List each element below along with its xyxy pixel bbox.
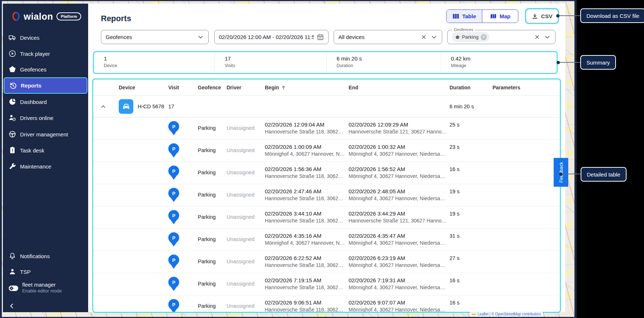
geofence-chip[interactable]: Parking ✕ xyxy=(452,32,489,42)
app-window-frame: wialon Platform Devices Tra xyxy=(0,0,577,318)
date-range-input[interactable]: 02/20/2026 12:00 AM - 02/20/2026 11:59 xyxy=(214,30,329,44)
column-header-geofence[interactable]: Geofence xyxy=(198,85,221,90)
sidebar-item-label: Drivers online xyxy=(20,115,54,121)
begin-cell: 02/20/2026 1:56:36 AM Hannoversche Straß… xyxy=(265,166,347,180)
toolbar-divider xyxy=(521,12,522,21)
driver-cell: Unassigned xyxy=(227,214,255,220)
device-visit-count: 17 xyxy=(168,104,174,109)
geofence-cell: Parking xyxy=(198,214,216,220)
collapse-chevron-icon[interactable] xyxy=(100,104,106,110)
visit-row[interactable]: P Parking Unassigned 02/20/2026 1:00:09 … xyxy=(93,140,560,162)
sidebar-item-reports[interactable]: Reports xyxy=(4,77,87,94)
sidebar-item-geofences[interactable]: Geofences xyxy=(3,61,88,77)
summary-mileage-label: Mileage xyxy=(451,63,554,68)
chevron-down-icon[interactable] xyxy=(544,34,551,40)
visit-row[interactable]: P Parking Unassigned 02/20/2026 9:06:51 … xyxy=(93,295,560,313)
begin-time: 02/20/2026 6:22:52 AM xyxy=(265,255,347,262)
column-header-duration[interactable]: Duration xyxy=(449,85,471,90)
column-header-begin[interactable]: Begin xyxy=(265,85,286,90)
clear-icon[interactable] xyxy=(421,34,427,40)
geofence-cell: Parking xyxy=(198,281,216,287)
parking-pin-icon: P xyxy=(168,143,180,158)
end-cell: 02/20/2026 3:44:29 AM Hannoversche Straß… xyxy=(349,210,440,224)
parking-pin-icon: P xyxy=(168,254,180,269)
column-header-end[interactable]: End xyxy=(349,85,358,90)
geofence-cell: Parking xyxy=(198,125,216,131)
summary-visits-label: Visits xyxy=(225,63,326,68)
begin-cell: 02/20/2026 3:44:10 AM Hannoversche Straß… xyxy=(265,210,347,224)
duration-cell: 16 s xyxy=(449,278,459,283)
geofences-filter[interactable]: Geofences Parking ✕ xyxy=(447,30,555,44)
sidebar-item-label: Reports xyxy=(21,82,42,89)
brand-name: wialon xyxy=(24,11,53,22)
driver-cell: Unassigned xyxy=(227,236,255,242)
sidebar-item-maintenance[interactable]: Maintenance xyxy=(3,158,88,174)
wialon-logo-icon xyxy=(11,11,21,22)
begin-cell: 02/20/2026 2:47:46 AM Hannoversche Straß… xyxy=(265,188,347,202)
end-cell: 02/20/2026 2:48:05 AM Mönnighof 4, 30627… xyxy=(349,188,440,202)
tab-table[interactable]: Table xyxy=(447,10,482,23)
sidebar-item-tsp[interactable]: TSP xyxy=(3,264,88,280)
chip-remove-icon[interactable]: ✕ xyxy=(481,34,487,40)
duration-cell: 19 s xyxy=(449,189,459,194)
sidebar-collapse-button[interactable] xyxy=(3,298,88,314)
sort-ascending-icon xyxy=(281,85,286,90)
sidebar-item-notifications[interactable]: Notifications xyxy=(3,248,88,264)
end-address: Mönnighof 4, 30627 Hannover, Niedersa… xyxy=(349,195,440,202)
chevron-down-icon[interactable] xyxy=(197,34,204,40)
summary-annotation: Summary xyxy=(580,55,616,70)
svg-text:P: P xyxy=(172,213,176,218)
end-time: 02/20/2026 2:48:05 AM xyxy=(349,188,440,195)
detailed-table: Device Visit Geofence Driver Begin End D… xyxy=(92,78,561,313)
tab-map[interactable]: Map xyxy=(482,10,518,23)
sidebar-item-driver-management[interactable]: Driver management xyxy=(3,126,88,142)
parking-pin-icon: P xyxy=(168,210,180,225)
calendar-icon[interactable] xyxy=(317,34,324,40)
visit-row[interactable]: P Parking Unassigned 02/20/2026 4:35:16 … xyxy=(93,229,560,251)
column-header-parameters[interactable]: Parameters xyxy=(492,85,520,90)
device-total-duration: 6 min 20 s xyxy=(449,104,474,109)
sidebar-item-devices[interactable]: Devices xyxy=(3,30,88,46)
end-time: 02/20/2026 1:56:52 AM xyxy=(349,166,440,173)
begin-address: Hannoversche Straße 118, 3062… xyxy=(265,306,347,313)
sidebar-item-fleet-manager[interactable]: fleet manager Enable editor mode xyxy=(3,279,88,296)
begin-address: Hannoversche Straße 118, 3062… xyxy=(265,262,347,269)
sidebar-item-track-player[interactable]: Track player xyxy=(3,46,88,62)
csv-download-button[interactable]: CSV xyxy=(526,9,558,23)
report-type-select[interactable]: Geofences xyxy=(101,30,209,44)
devices-select[interactable]: All devices xyxy=(334,30,442,44)
visit-row[interactable]: P Parking Unassigned 02/20/2026 1:56:36 … xyxy=(93,162,560,184)
end-address: Mönnighof 4, 30627 Hannover, Niedersa… xyxy=(349,284,440,291)
begin-time: 02/20/2026 2:47:46 AM xyxy=(265,188,347,195)
visit-row[interactable]: P Parking Unassigned 02/20/2026 2:47:46 … xyxy=(93,184,560,206)
svg-text:P: P xyxy=(172,124,176,129)
summary-visits: 17 Visits xyxy=(215,52,326,73)
column-header-driver[interactable]: Driver xyxy=(227,85,241,90)
column-header-device[interactable]: Device xyxy=(119,85,135,90)
begin-address: Mönnighof 4, 30627 Hannover, N… xyxy=(265,151,347,158)
column-header-visit[interactable]: Visit xyxy=(168,85,179,90)
begin-time: 02/20/2026 12:09:04 AM xyxy=(265,121,347,128)
summary-panel: 1 Device 17 Visits 6 min 20 s Duration 0… xyxy=(93,51,558,74)
sidebar-item-drivers-online[interactable]: Drivers online xyxy=(3,110,88,126)
end-address: Mönnighof 4, 30627 Hannover, Niedersa… xyxy=(349,240,440,247)
parking-pin-icon: P xyxy=(168,232,180,247)
visit-row[interactable]: P Parking Unassigned 02/20/2026 12:09:04… xyxy=(93,117,560,140)
visit-row[interactable]: P Parking Unassigned 02/20/2026 3:44:10 … xyxy=(93,206,560,229)
svg-text:P: P xyxy=(172,280,176,285)
end-cell: 02/20/2026 1:56:52 AM Mönnighof 4, 30627… xyxy=(349,166,440,180)
csv-button-label: CSV xyxy=(541,13,553,19)
summary-visits-value: 17 xyxy=(225,55,326,62)
geofences-filter-label: Geofences xyxy=(452,27,475,32)
chevron-down-icon[interactable] xyxy=(431,34,437,40)
visit-row[interactable]: P Parking Unassigned 02/20/2026 6:22:52 … xyxy=(93,251,560,273)
end-address: Hannoversche Straße 121, 30627 Hanno… xyxy=(349,217,440,224)
download-icon xyxy=(532,13,538,19)
visit-row[interactable]: P Parking Unassigned 02/20/2026 7:19:15 … xyxy=(93,273,560,295)
end-time: 02/20/2026 1:00:32 AM xyxy=(349,143,440,151)
clear-icon[interactable] xyxy=(534,34,540,40)
sidebar-item-dashboard[interactable]: Dashboard xyxy=(3,94,88,110)
truck-icon xyxy=(8,34,16,42)
sidebar-item-task-desk[interactable]: Task desk xyxy=(3,142,88,158)
device-group-row[interactable]: H-CD 5678 17 6 min 20 s xyxy=(93,96,560,117)
